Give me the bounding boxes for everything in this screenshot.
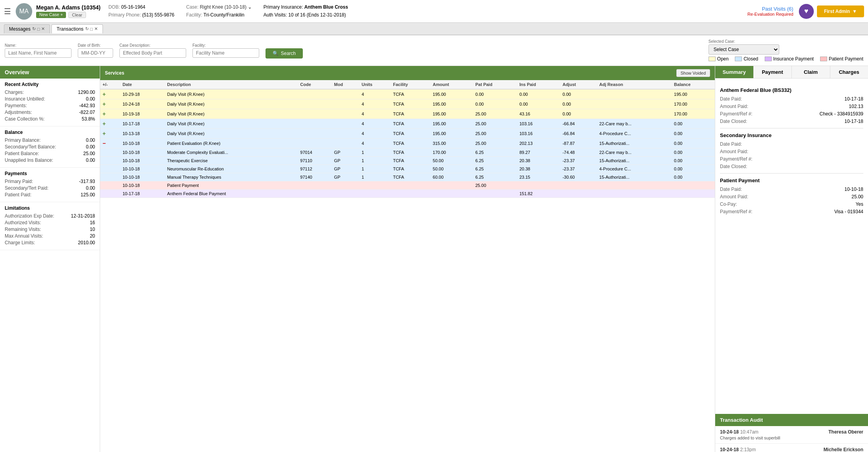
tab-bar: Messages ↻ □ ✕ Transactions ↻ □ ✕ — [0, 23, 868, 35]
close-icon[interactable]: ✕ — [41, 26, 45, 31]
row-adj-reason: 15-Authorizati... — [597, 139, 672, 148]
table-row[interactable]: 10-10-18 Manual Therapy Techniques 97140… — [100, 173, 715, 181]
row-toggle[interactable]: + — [100, 129, 120, 139]
list-item: Remaining Visits: 10 — [5, 227, 95, 232]
name-input[interactable] — [5, 48, 71, 58]
legend-pat-label: Patient Payment — [829, 56, 863, 62]
hamburger-icon[interactable]: ☰ — [4, 7, 11, 16]
row-desc: Daily Visit (R.Knee) — [165, 89, 298, 99]
row-pat-paid: 25.00 — [473, 119, 517, 129]
row-date: 10-19-18 — [120, 109, 165, 119]
row-units: 4 — [359, 99, 391, 109]
table-row[interactable]: 10-17-18 Anthem Federal Blue Payment 151… — [100, 190, 715, 198]
tab-transactions[interactable]: Transactions ↻ □ ✕ — [51, 24, 103, 33]
auth-exp-label: Authorization Exp Date: — [5, 213, 54, 219]
row-desc: Patient Payment — [165, 181, 298, 190]
row-toggle[interactable]: − — [100, 139, 120, 148]
remaining-visits-label: Remaining Visits: — [5, 227, 41, 232]
tab-charges[interactable]: Charges — [830, 66, 868, 78]
table-row[interactable]: 10-10-18 Moderate Complexity Evaluati...… — [100, 148, 715, 157]
limitations-section: Limitations Authorization Exp Date: 12-3… — [0, 202, 100, 250]
row-adjust: 0.00 — [560, 109, 597, 119]
row-code — [298, 89, 331, 99]
window-icon: □ — [37, 27, 40, 31]
facility-label: Facility: — [186, 12, 202, 18]
case-value[interactable]: Right Knee (10-10-18) — [200, 4, 247, 10]
row-toggle[interactable]: + — [100, 119, 120, 129]
table-row[interactable]: + 10-17-18 Daily Visit (R.Knee) 4 TCFA 1… — [100, 119, 715, 129]
list-item: Insurance Unbilled: 0.00 — [5, 96, 95, 102]
row-pat-paid: 25.00 — [473, 129, 517, 139]
tab-summary[interactable]: Summary — [715, 66, 754, 78]
legend-ins-label: Insurance Payment — [773, 56, 814, 62]
ins-label: Primary Insurance: — [264, 4, 303, 10]
row-date: 10-10-18 — [120, 139, 165, 148]
dob-input[interactable] — [78, 48, 113, 58]
row-balance — [672, 190, 715, 198]
sec-tert-balance-label: Secondary/Tert Balance: — [5, 144, 56, 150]
services-table: +/- Date Description Code Mod Units Faci… — [100, 80, 715, 198]
row-units: 1 — [359, 157, 391, 165]
list-item: Max Annual Visits: 20 — [5, 233, 95, 239]
row-date: 10-29-18 — [120, 89, 165, 99]
close-icon2[interactable]: ✕ — [94, 26, 98, 31]
row-adjust: -23.37 — [560, 165, 597, 173]
row-ins-paid: 43.16 — [517, 109, 560, 119]
tab-messages[interactable]: Messages ↻ □ ✕ — [4, 24, 50, 33]
primary-paid-label: Primary Paid: — [5, 179, 33, 184]
table-row[interactable]: + 10-29-18 Daily Visit (R.Knee) 4 TCFA 1… — [100, 89, 715, 99]
table-row[interactable]: 10-10-18 Patient Payment 25.00 — [100, 181, 715, 190]
patient-info: Megan A. Adams (10354) New Case + Clear — [36, 4, 101, 18]
facility-input[interactable] — [192, 48, 259, 58]
row-toggle[interactable] — [100, 190, 120, 198]
list-item: Primary Paid: -317.93 — [5, 179, 95, 184]
table-row[interactable]: + 10-13-18 Daily Visit (R.Knee) 4 TCFA 1… — [100, 129, 715, 139]
row-ins-paid: 202.13 — [517, 139, 560, 148]
col-pat-paid: Pat Paid — [473, 80, 517, 89]
phone-label: Primary Phone: — [108, 12, 141, 18]
row-toggle[interactable]: + — [100, 89, 120, 99]
unapplied-ins-label: Unapplied Ins Balance: — [5, 157, 53, 163]
list-item: Patient Balance: 25.00 — [5, 151, 95, 156]
services-table-wrapper: +/- Date Description Code Mod Units Faci… — [100, 80, 715, 452]
table-row[interactable]: + 10-24-18 Daily Visit (R.Knee) 4 TCFA 1… — [100, 99, 715, 109]
col-date: Date — [120, 80, 165, 89]
amount-paid-value: 102.13 — [849, 104, 863, 109]
row-ins-paid: 0.00 — [517, 99, 560, 109]
divider2 — [720, 173, 863, 174]
tab-claim[interactable]: Claim — [792, 66, 830, 78]
select-case-dropdown[interactable]: Select Case — [709, 44, 779, 55]
table-row[interactable]: 10-10-18 Neuromuscular Re-Education 9711… — [100, 165, 715, 173]
row-toggle[interactable] — [100, 181, 120, 190]
row-amount: 195.00 — [430, 129, 473, 139]
phone-value: (513) 555-9876 — [142, 12, 174, 18]
row-toggle[interactable] — [100, 148, 120, 157]
case-desc-input[interactable] — [119, 48, 186, 58]
first-admin-button[interactable]: First Admin ▼ — [817, 5, 864, 17]
row-toggle[interactable] — [100, 173, 120, 181]
col-ins-paid: Ins Paid — [517, 80, 560, 89]
table-row[interactable]: + 10-19-18 Daily Visit (R.Knee) 4 TCFA 1… — [100, 109, 715, 119]
row-facility: TCFA — [391, 89, 430, 99]
new-case-button[interactable]: New Case + — [36, 12, 66, 18]
show-voided-button[interactable]: Show Voided — [676, 69, 710, 77]
row-units — [359, 190, 391, 198]
past-visits-label[interactable]: Past Visits (6) — [747, 6, 793, 12]
charges-value: 1290.00 — [78, 90, 95, 95]
row-adj-reason — [597, 99, 672, 109]
search-button[interactable]: 🔍 Search — [266, 48, 303, 59]
tab-payment[interactable]: Payment — [754, 66, 792, 78]
row-code: 97112 — [298, 165, 331, 173]
table-row[interactable]: − 10-10-18 Patient Evaluation (R.Knee) 4… — [100, 139, 715, 148]
clear-button[interactable]: Clear — [68, 12, 86, 18]
user-avatar[interactable]: ♥ — [799, 4, 814, 19]
row-toggle[interactable]: + — [100, 109, 120, 119]
table-row[interactable]: 10-10-18 Therapeutic Exercise 97110 GP 1… — [100, 157, 715, 165]
row-toggle[interactable] — [100, 165, 120, 173]
row-toggle[interactable] — [100, 157, 120, 165]
row-code — [298, 129, 331, 139]
row-adj-reason: 22-Care may b... — [597, 148, 672, 157]
row-toggle[interactable]: + — [100, 99, 120, 109]
auth-exp-value: 12-31-2018 — [71, 213, 95, 219]
row-mod: GP — [332, 165, 359, 173]
